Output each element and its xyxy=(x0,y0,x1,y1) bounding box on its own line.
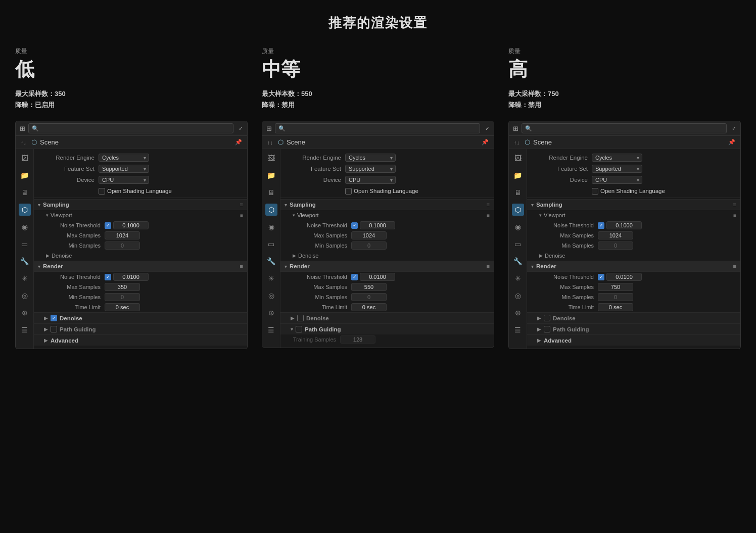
render-minsamples-value-high[interactable]: 0 xyxy=(598,293,736,301)
sidebar-view-low[interactable]: 🖥 xyxy=(19,186,31,199)
open-shading-checkbox-high[interactable] xyxy=(592,188,598,195)
open-shading-checkbox-mid[interactable] xyxy=(345,188,352,195)
render-section-low[interactable]: ▾ Render ≡ xyxy=(34,261,247,272)
sidebar-scene-mid[interactable]: ⬡ xyxy=(265,204,277,216)
viewport-noise-checkbox-low[interactable] xyxy=(105,222,111,229)
viewport-minsamples-field-high[interactable]: 0 xyxy=(598,241,633,250)
render-noise-field-mid[interactable]: 0.0100 xyxy=(360,273,395,281)
sidebar-particles-high[interactable]: ✳ xyxy=(512,272,524,284)
render-denoise-checkbox-low[interactable] xyxy=(51,315,57,321)
render-noise-value-mid[interactable]: 0.0100 xyxy=(351,273,490,281)
sidebar-physics-mid[interactable]: ◎ xyxy=(265,289,277,302)
sampling-section-low[interactable]: ▾ Sampling ≡ xyxy=(34,199,247,210)
render-minsamples-value-low[interactable]: 0 xyxy=(105,293,243,301)
sidebar-view-mid[interactable]: 🖥 xyxy=(265,186,277,199)
viewport-noise-value-low[interactable]: 0.1000 xyxy=(105,221,243,229)
path-guiding-checkbox-mid[interactable] xyxy=(296,326,302,332)
sidebar-world-low[interactable]: ◉ xyxy=(19,221,31,233)
path-guiding-checkbox-high[interactable] xyxy=(544,326,550,332)
render-engine-value-mid[interactable]: Cycles xyxy=(345,154,490,162)
sidebar-render-mid[interactable]: 🖼 xyxy=(265,152,277,164)
render-denoise-section-high[interactable]: ▶ Denoise xyxy=(527,312,740,323)
sidebar-render-high[interactable]: 🖼 xyxy=(512,152,524,164)
sidebar-scene-high[interactable]: ⬡ xyxy=(512,204,524,216)
device-dropdown-mid[interactable]: CPU xyxy=(345,176,396,184)
render-engine-dropdown-low[interactable]: Cycles xyxy=(99,154,149,162)
viewport-noise-checkbox-mid[interactable] xyxy=(351,222,358,229)
sidebar-output-mid[interactable]: 📁 xyxy=(265,169,277,181)
sidebar-output-high[interactable]: 📁 xyxy=(512,169,524,181)
sampling-section-mid[interactable]: ▾ Sampling ≡ xyxy=(280,199,494,210)
sidebar-particles-mid[interactable]: ✳ xyxy=(265,272,277,284)
sidebar-constraints-low[interactable]: ⊕ xyxy=(19,307,31,319)
viewport-section-mid[interactable]: ▾ Viewport ≡ xyxy=(280,210,494,220)
open-shading-value-high[interactable]: Open Shading Language xyxy=(592,188,736,195)
sidebar-data-low[interactable]: ☰ xyxy=(19,324,31,336)
sidebar-world-high[interactable]: ◉ xyxy=(512,221,524,233)
viewport-noise-value-mid[interactable]: 0.1000 xyxy=(351,221,490,229)
open-shading-value-low[interactable]: Open Shading Language xyxy=(99,188,243,195)
viewport-denoise-section-mid[interactable]: ▶ Denoise xyxy=(280,251,494,261)
render-maxsamples-field-low[interactable]: 350 xyxy=(105,283,140,291)
render-engine-dropdown-mid[interactable]: Cycles xyxy=(345,154,396,162)
render-maxsamples-value-high[interactable]: 750 xyxy=(598,283,736,291)
viewport-maxsamples-field-high[interactable]: 1024 xyxy=(598,231,633,239)
search-bar-low[interactable]: 🔍 xyxy=(28,123,233,133)
render-maxsamples-value-mid[interactable]: 550 xyxy=(351,283,490,291)
render-noise-checkbox-low[interactable] xyxy=(105,274,111,280)
render-engine-value-low[interactable]: Cycles xyxy=(99,154,243,162)
viewport-noise-field-high[interactable]: 0.1000 xyxy=(606,221,642,229)
viewport-minsamples-field-mid[interactable]: 0 xyxy=(351,241,387,250)
viewport-maxsamples-value-mid[interactable]: 1024 xyxy=(351,231,490,239)
sidebar-physics-high[interactable]: ◎ xyxy=(512,289,524,302)
viewport-maxsamples-field-mid[interactable]: 1024 xyxy=(351,231,387,239)
sidebar-constraints-high[interactable]: ⊕ xyxy=(512,307,524,319)
render-denoise-section-low[interactable]: ▶ Denoise xyxy=(34,312,247,323)
viewport-minsamples-value-high[interactable]: 0 xyxy=(598,241,736,250)
render-denoise-section-mid[interactable]: ▶ Denoise xyxy=(280,312,494,323)
training-samples-value-mid[interactable]: 128 xyxy=(340,335,490,344)
viewport-noise-field-low[interactable]: 0.1000 xyxy=(113,221,149,229)
sidebar-physics-low[interactable]: ◎ xyxy=(19,289,31,302)
feature-set-value-low[interactable]: Supported xyxy=(99,165,243,173)
render-minsamples-field-high[interactable]: 0 xyxy=(598,293,633,301)
feature-set-dropdown-low[interactable]: Supported xyxy=(99,165,149,173)
search-bar-high[interactable]: 🔍 xyxy=(522,123,727,133)
open-shading-value-mid[interactable]: Open Shading Language xyxy=(345,188,490,195)
sampling-section-high[interactable]: ▾ Sampling ≡ xyxy=(527,199,740,210)
viewport-noise-field-mid[interactable]: 0.1000 xyxy=(360,221,395,229)
render-denoise-checkbox-mid[interactable] xyxy=(297,315,304,321)
sidebar-object-mid[interactable]: ▭ xyxy=(265,238,277,250)
render-maxsamples-field-high[interactable]: 750 xyxy=(598,283,633,291)
path-guiding-section-high[interactable]: ▶ Path Guiding xyxy=(527,323,740,334)
search-bar-mid[interactable]: 🔍 xyxy=(275,123,480,133)
sidebar-modifier-low[interactable]: 🔧 xyxy=(19,255,31,267)
viewport-noise-value-high[interactable]: 0.1000 xyxy=(598,221,736,229)
viewport-maxsamples-field-low[interactable]: 1024 xyxy=(105,231,140,239)
path-guiding-section-low[interactable]: ▶ Path Guiding xyxy=(34,323,247,334)
render-maxsamples-value-low[interactable]: 350 xyxy=(105,283,243,291)
sidebar-object-high[interactable]: ▭ xyxy=(512,238,524,250)
feature-set-value-mid[interactable]: Supported xyxy=(345,165,490,173)
viewport-maxsamples-value-low[interactable]: 1024 xyxy=(105,231,243,239)
path-guiding-section-mid[interactable]: ▾ Path Guiding xyxy=(280,323,494,334)
render-denoise-checkbox-high[interactable] xyxy=(544,315,550,321)
feature-set-dropdown-high[interactable]: Supported xyxy=(592,165,642,173)
render-maxsamples-field-mid[interactable]: 550 xyxy=(351,283,387,291)
sidebar-world-mid[interactable]: ◉ xyxy=(265,221,277,233)
path-guiding-checkbox-low[interactable] xyxy=(51,326,57,332)
device-value-mid[interactable]: CPU xyxy=(345,176,490,184)
sidebar-constraints-mid[interactable]: ⊕ xyxy=(265,307,277,319)
render-section-mid[interactable]: ▾ Render ≡ xyxy=(280,261,494,272)
render-minsamples-value-mid[interactable]: 0 xyxy=(351,293,490,301)
render-section-high[interactable]: ▾ Render ≡ xyxy=(527,261,740,272)
viewport-minsamples-field-low[interactable]: 0 xyxy=(105,241,140,250)
device-dropdown-high[interactable]: CPU xyxy=(592,176,642,184)
viewport-minsamples-value-low[interactable]: 0 xyxy=(105,241,243,250)
timelimit-field-low[interactable]: 0 sec xyxy=(105,303,140,311)
timelimit-value-high[interactable]: 0 sec xyxy=(598,303,736,311)
timelimit-value-mid[interactable]: 0 sec xyxy=(351,303,490,311)
viewport-section-low[interactable]: ▾ Viewport ≡ xyxy=(34,210,247,220)
render-noise-checkbox-high[interactable] xyxy=(598,274,604,280)
advanced-section-high[interactable]: ▶ Advanced xyxy=(527,334,740,346)
